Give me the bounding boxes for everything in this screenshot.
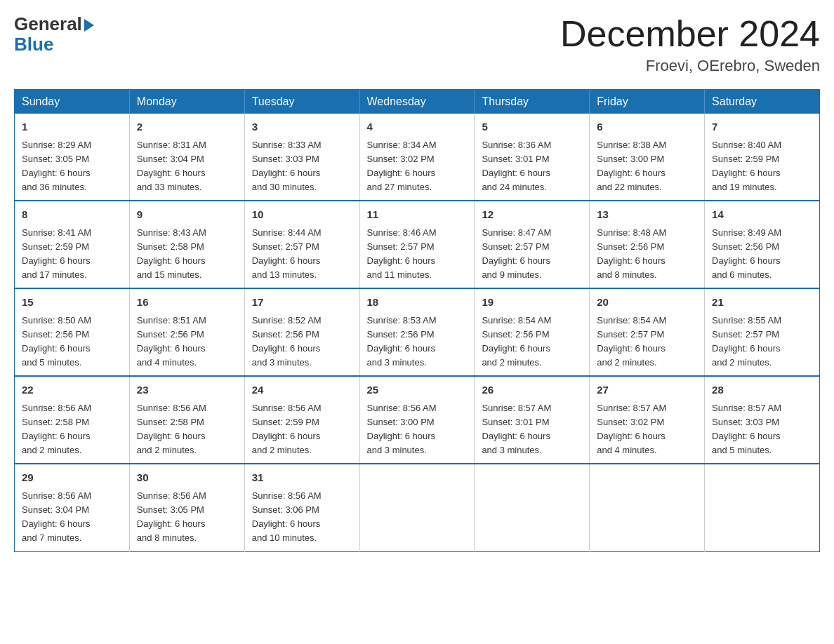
day-info: Sunrise: 8:56 AMSunset: 2:58 PMDaylight:…: [137, 403, 206, 455]
day-number: 27: [597, 382, 697, 398]
day-number: 19: [482, 295, 582, 311]
calendar-cell: 8 Sunrise: 8:41 AMSunset: 2:59 PMDayligh…: [15, 201, 130, 288]
day-info: Sunrise: 8:56 AMSunset: 2:59 PMDaylight:…: [252, 403, 322, 455]
day-info: Sunrise: 8:46 AMSunset: 2:57 PMDaylight:…: [367, 227, 437, 280]
calendar-cell: 3 Sunrise: 8:33 AMSunset: 3:03 PMDayligh…: [244, 114, 359, 201]
calendar-cell: 22 Sunrise: 8:56 AMSunset: 2:58 PMDaylig…: [15, 376, 130, 464]
calendar-cell: 28 Sunrise: 8:57 AMSunset: 3:03 PMDaylig…: [705, 376, 820, 464]
day-number: 24: [252, 382, 352, 398]
day-number: 31: [252, 470, 352, 486]
logo-general-text: General: [14, 14, 94, 34]
calendar-cell: 25 Sunrise: 8:56 AMSunset: 3:00 PMDaylig…: [359, 376, 475, 464]
calendar-week-3: 15 Sunrise: 8:50 AMSunset: 2:56 PMDaylig…: [15, 288, 820, 376]
calendar-cell: 14 Sunrise: 8:49 AMSunset: 2:56 PMDaylig…: [705, 201, 820, 288]
day-number: 5: [482, 119, 582, 135]
calendar-cell: 7 Sunrise: 8:40 AMSunset: 2:59 PMDayligh…: [705, 114, 820, 201]
day-info: Sunrise: 8:33 AMSunset: 3:03 PMDaylight:…: [252, 140, 322, 192]
day-number: 2: [137, 119, 237, 135]
day-number: 21: [712, 295, 812, 311]
calendar-week-2: 8 Sunrise: 8:41 AMSunset: 2:59 PMDayligh…: [15, 201, 820, 288]
day-info: Sunrise: 8:36 AMSunset: 3:01 PMDaylight:…: [482, 140, 551, 192]
day-number: 17: [252, 295, 352, 311]
day-info: Sunrise: 8:57 AMSunset: 3:03 PMDaylight:…: [712, 403, 781, 455]
day-info: Sunrise: 8:44 AMSunset: 2:57 PMDaylight:…: [252, 227, 322, 280]
calendar-cell: 4 Sunrise: 8:34 AMSunset: 3:02 PMDayligh…: [359, 114, 475, 201]
calendar-cell: 26 Sunrise: 8:57 AMSunset: 3:01 PMDaylig…: [475, 376, 590, 464]
day-info: Sunrise: 8:53 AMSunset: 2:56 PMDaylight:…: [367, 315, 437, 368]
header-friday: Friday: [590, 90, 705, 114]
day-info: Sunrise: 8:48 AMSunset: 2:56 PMDaylight:…: [597, 227, 666, 280]
title-block: December 2024 Froevi, OErebro, Sweden: [560, 14, 820, 75]
calendar-cell: 17 Sunrise: 8:52 AMSunset: 2:56 PMDaylig…: [244, 288, 359, 376]
calendar-cell: 30 Sunrise: 8:56 AMSunset: 3:05 PMDaylig…: [129, 464, 244, 551]
calendar-week-5: 29 Sunrise: 8:56 AMSunset: 3:04 PMDaylig…: [15, 464, 820, 551]
calendar-cell: 31 Sunrise: 8:56 AMSunset: 3:06 PMDaylig…: [244, 464, 359, 551]
day-info: Sunrise: 8:56 AMSunset: 3:04 PMDaylight:…: [22, 490, 91, 543]
day-number: 4: [367, 119, 468, 135]
calendar-header-row: Sunday Monday Tuesday Wednesday Thursday…: [15, 90, 820, 114]
calendar-cell: 5 Sunrise: 8:36 AMSunset: 3:01 PMDayligh…: [475, 114, 590, 201]
header-wednesday: Wednesday: [359, 90, 475, 114]
day-number: 7: [712, 119, 812, 135]
day-info: Sunrise: 8:54 AMSunset: 2:57 PMDaylight:…: [597, 315, 666, 368]
calendar-cell: 13 Sunrise: 8:48 AMSunset: 2:56 PMDaylig…: [590, 201, 705, 288]
calendar-week-1: 1 Sunrise: 8:29 AMSunset: 3:05 PMDayligh…: [15, 114, 820, 201]
header-tuesday: Tuesday: [244, 90, 359, 114]
month-title: December 2024: [560, 14, 820, 54]
day-number: 10: [252, 207, 352, 223]
calendar-cell: 11 Sunrise: 8:46 AMSunset: 2:57 PMDaylig…: [359, 201, 475, 288]
day-info: Sunrise: 8:41 AMSunset: 2:59 PMDaylight:…: [22, 227, 91, 280]
day-number: 26: [482, 382, 582, 398]
day-number: 3: [252, 119, 352, 135]
day-number: 22: [22, 382, 122, 398]
calendar-cell: [475, 464, 590, 551]
calendar-cell: 10 Sunrise: 8:44 AMSunset: 2:57 PMDaylig…: [244, 201, 359, 288]
day-info: Sunrise: 8:57 AMSunset: 3:01 PMDaylight:…: [482, 403, 551, 455]
calendar-cell: 1 Sunrise: 8:29 AMSunset: 3:05 PMDayligh…: [15, 114, 130, 201]
day-info: Sunrise: 8:31 AMSunset: 3:04 PMDaylight:…: [137, 140, 206, 192]
header-sunday: Sunday: [15, 90, 130, 114]
day-number: 11: [367, 207, 468, 223]
day-number: 28: [712, 382, 812, 398]
day-number: 30: [137, 470, 237, 486]
page-header: General Blue December 2024 Froevi, OEreb…: [14, 14, 820, 75]
calendar-cell: 6 Sunrise: 8:38 AMSunset: 3:00 PMDayligh…: [590, 114, 705, 201]
calendar-cell: [359, 464, 475, 551]
calendar-cell: 21 Sunrise: 8:55 AMSunset: 2:57 PMDaylig…: [705, 288, 820, 376]
day-info: Sunrise: 8:38 AMSunset: 3:00 PMDaylight:…: [597, 140, 666, 192]
day-info: Sunrise: 8:54 AMSunset: 2:56 PMDaylight:…: [482, 315, 551, 368]
day-number: 1: [22, 119, 122, 135]
day-number: 16: [137, 295, 237, 311]
logo: General Blue: [14, 14, 94, 54]
day-number: 12: [482, 207, 582, 223]
day-info: Sunrise: 8:55 AMSunset: 2:57 PMDaylight:…: [712, 315, 781, 368]
day-info: Sunrise: 8:56 AMSunset: 3:06 PMDaylight:…: [252, 490, 322, 543]
calendar-cell: 16 Sunrise: 8:51 AMSunset: 2:56 PMDaylig…: [129, 288, 244, 376]
calendar-cell: 29 Sunrise: 8:56 AMSunset: 3:04 PMDaylig…: [15, 464, 130, 551]
calendar-cell: 20 Sunrise: 8:54 AMSunset: 2:57 PMDaylig…: [590, 288, 705, 376]
day-info: Sunrise: 8:57 AMSunset: 3:02 PMDaylight:…: [597, 403, 666, 455]
day-info: Sunrise: 8:40 AMSunset: 2:59 PMDaylight:…: [712, 140, 781, 192]
location-text: Froevi, OErebro, Sweden: [560, 57, 820, 75]
calendar-cell: [590, 464, 705, 551]
day-info: Sunrise: 8:50 AMSunset: 2:56 PMDaylight:…: [22, 315, 91, 368]
day-info: Sunrise: 8:47 AMSunset: 2:57 PMDaylight:…: [482, 227, 551, 280]
day-info: Sunrise: 8:49 AMSunset: 2:56 PMDaylight:…: [712, 227, 781, 280]
calendar-cell: 19 Sunrise: 8:54 AMSunset: 2:56 PMDaylig…: [475, 288, 590, 376]
day-number: 29: [22, 470, 122, 486]
calendar-cell: 2 Sunrise: 8:31 AMSunset: 3:04 PMDayligh…: [129, 114, 244, 201]
day-info: Sunrise: 8:34 AMSunset: 3:02 PMDaylight:…: [367, 140, 437, 192]
day-number: 9: [137, 207, 237, 223]
calendar-cell: 15 Sunrise: 8:50 AMSunset: 2:56 PMDaylig…: [15, 288, 130, 376]
day-number: 23: [137, 382, 237, 398]
header-thursday: Thursday: [475, 90, 590, 114]
day-info: Sunrise: 8:56 AMSunset: 2:58 PMDaylight:…: [22, 403, 91, 455]
day-number: 14: [712, 207, 812, 223]
calendar-cell: 18 Sunrise: 8:53 AMSunset: 2:56 PMDaylig…: [359, 288, 475, 376]
day-info: Sunrise: 8:51 AMSunset: 2:56 PMDaylight:…: [137, 315, 206, 368]
calendar-cell: [705, 464, 820, 551]
calendar-cell: 9 Sunrise: 8:43 AMSunset: 2:58 PMDayligh…: [129, 201, 244, 288]
day-info: Sunrise: 8:56 AMSunset: 3:05 PMDaylight:…: [137, 490, 206, 543]
calendar-table: Sunday Monday Tuesday Wednesday Thursday…: [14, 89, 820, 551]
calendar-cell: 27 Sunrise: 8:57 AMSunset: 3:02 PMDaylig…: [590, 376, 705, 464]
